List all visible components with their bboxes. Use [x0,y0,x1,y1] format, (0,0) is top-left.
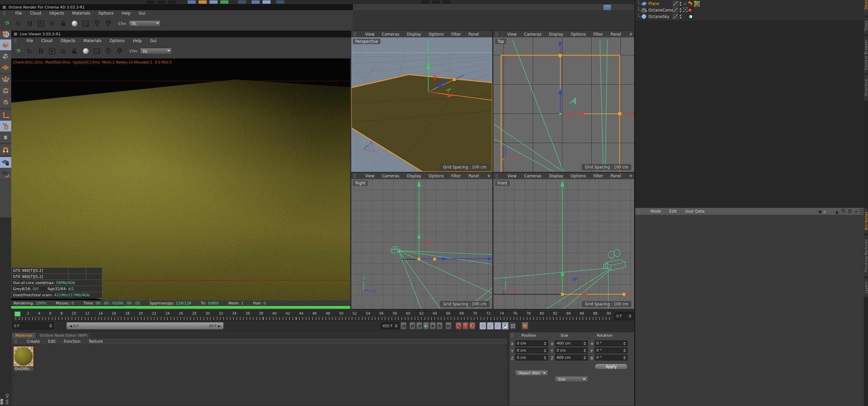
dock-tab-attributes[interactable]: Attributes [864,208,868,234]
layer-color-box[interactable] [673,7,678,13]
record-keyframe-button[interactable] [456,322,462,330]
lv-menu-materials[interactable]: Materials [84,38,102,43]
live-viewer-titlebar[interactable]: Live Viewer 3.03.3-R1 [11,31,353,37]
material-ball-icon[interactable] [81,47,90,56]
settings-gear-icon[interactable]: ⚙ [59,47,68,56]
object-row-octanecamera[interactable]: OctaneCamera [635,7,864,13]
material-picker-pin-icon[interactable]: M [104,19,113,28]
material-thumbnail[interactable] [14,347,33,366]
perspective-scene[interactable]: Y Z X Perspective Grid Spacing : 100 cm [351,37,492,172]
size-x-field[interactable]: 400 cm [555,340,588,346]
menu-file[interactable]: File [15,11,22,16]
visibility-dots[interactable] [680,15,681,19]
camera-object-icon[interactable] [641,8,647,13]
lv-menu-cloud[interactable]: Cloud [41,38,52,43]
apply-button[interactable]: Apply [595,364,628,370]
vp-menu-filter[interactable]: Filter [593,32,603,37]
dock-tab-thinking-particles[interactable]: Thinking Particles [864,235,868,277]
workplane-reset-icon[interactable] [0,168,11,179]
menu-help[interactable]: Help [122,11,131,16]
layer-color-box[interactable] [673,1,678,6]
vp-menu-cameras[interactable]: Cameras [382,32,399,37]
key-rotation-toggle[interactable]: ↻ [494,322,501,330]
vp-menu-cameras[interactable]: Cameras [382,174,399,178]
lock-resolution-icon[interactable] [59,19,68,28]
workplane-mode-icon[interactable] [0,62,11,73]
points-mode-icon[interactable] [0,74,11,86]
mat-menu-create[interactable]: Create [27,339,40,344]
model-mode-icon[interactable] [0,39,11,51]
object-manager-empty-area[interactable] [635,20,864,208]
vp-menu-view[interactable]: View [507,32,516,37]
vp-menu-panel[interactable]: Panel [469,32,479,37]
play-button[interactable]: ▶ [423,322,429,330]
picture-viewer-icon[interactable] [81,19,90,28]
axis-mode-icon[interactable] [0,109,11,121]
settings-gear-icon[interactable]: ⚙ [48,19,56,28]
snap-magnet-icon[interactable] [0,144,11,156]
move-gizmo[interactable] [558,40,633,116]
vp-menu-panel[interactable]: Panel [611,174,621,178]
front-scene[interactable]: Y X Z Front Grid Spacing : 100 cm [493,179,634,309]
visibility-dots[interactable] [680,8,681,12]
vp-menu-panel[interactable]: Panel [611,32,621,37]
camera-focus-icon[interactable] [683,7,687,13]
material-ball-icon[interactable] [70,19,79,28]
world-coordinates-icon[interactable] [0,31,11,39]
vp-menu-view[interactable]: View [365,32,374,37]
timeline-filmstrip-button[interactable] [522,322,528,330]
menu-gui[interactable]: Gui [139,11,145,16]
focus-picker-pin-icon[interactable]: F [92,19,101,28]
position-y-field[interactable]: 0 cm [515,348,548,353]
next-frame-button[interactable]: ▶ [430,322,436,330]
rotation-p-field[interactable]: 0 ° [595,348,628,353]
channel-dropdown[interactable]: DL [129,20,160,27]
mat-menu-function[interactable]: Function [64,339,81,344]
drag-grip-icon[interactable] [638,209,641,214]
timeline-ruler[interactable]: 0246810121416182022242628303234363840424… [11,311,634,321]
goto-start-button[interactable]: |◀ [401,322,407,330]
menu-objects[interactable]: Objects [49,11,64,16]
viewport-front[interactable]: View Cameras Display Options Filter Pane… [493,172,634,309]
dock-tab-content-browser[interactable]: Content Browser [864,36,868,73]
vp-menu-view[interactable]: View [365,174,374,178]
octane-environment-tag-icon[interactable] [688,14,693,19]
rotation-b-field[interactable]: 0 ° [595,355,628,360]
render-region-icon[interactable]: R [36,19,45,28]
vp-menu-filter[interactable]: Filter [451,174,461,178]
doc-length-stepper[interactable] [395,324,397,328]
enabled-check-icon[interactable]: ✓ [683,1,687,6]
drag-grip-icon[interactable] [353,174,356,178]
octane-logo-icon[interactable] [14,47,23,56]
drag-grip-icon[interactable] [495,174,498,178]
dock-tab-objects[interactable]: Objects [864,0,868,16]
document-length-field[interactable]: 450 F [381,322,399,330]
mat-menu-edit[interactable]: Edit [48,339,55,344]
render-region-icon[interactable]: R [48,47,56,56]
mat-menu-texture[interactable]: Texture [88,339,103,344]
right-scene[interactable]: Y Z X Right Grid Spacing : 100 cm [351,179,492,309]
size-z-field[interactable]: 400 cm [555,355,588,360]
channel-dropdown[interactable]: DL [140,48,172,54]
lock-icon[interactable] [848,209,852,214]
key-parameter-toggle[interactable]: P [502,322,509,330]
frame-stepper[interactable] [629,314,631,318]
menu-cloud[interactable]: Cloud [30,11,41,16]
size-y-field[interactable]: 0 cm [555,348,588,353]
material-picker-pin-icon[interactable]: M [115,47,124,56]
menu-options[interactable]: Options [98,11,113,16]
position-z-field[interactable]: 0 cm [515,355,548,360]
attr-menu-mode[interactable]: Mode [650,209,661,214]
pan-view-icon[interactable]: ✛ [487,174,491,178]
vp-menu-filter[interactable]: Filter [451,32,461,37]
move-gizmo[interactable] [560,180,633,296]
current-frame-field[interactable]: 0 F [615,312,633,320]
workplane-lock-icon[interactable] [0,157,11,168]
vp-menu-display[interactable]: Display [549,174,563,178]
vp-menu-options[interactable]: Options [429,32,444,37]
drag-grip-icon[interactable] [495,32,498,36]
drag-grip-icon[interactable] [3,11,6,16]
history-forward-icon[interactable]: ▶ [824,209,827,214]
restart-render-icon[interactable]: ↻ [14,19,23,28]
simulation-icon[interactable]: S [0,132,11,143]
